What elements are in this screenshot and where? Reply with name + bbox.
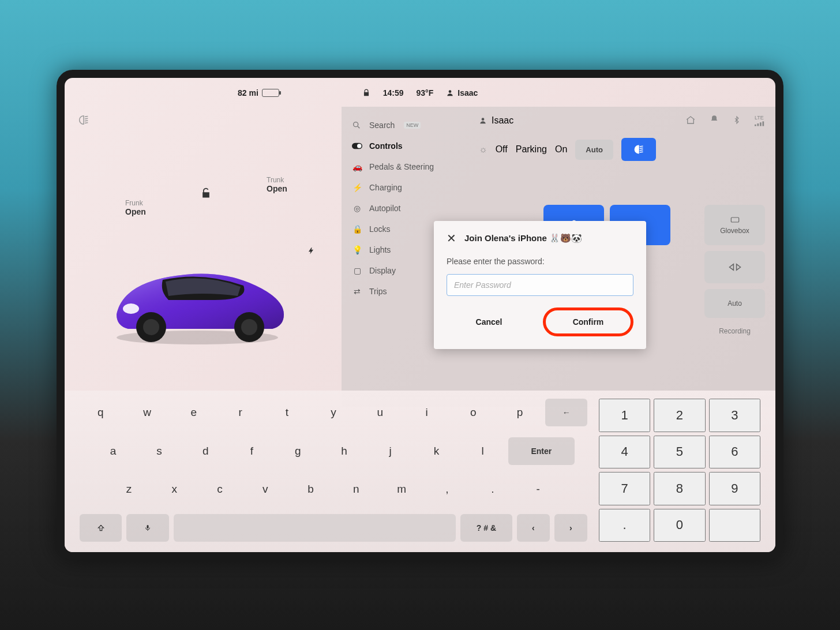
key-5[interactable]: 5 <box>654 436 705 469</box>
brightness-icon: ☼ <box>479 144 487 155</box>
key-1[interactable]: 1 <box>599 399 650 432</box>
key-2[interactable]: 2 <box>654 399 705 432</box>
key-y[interactable]: y <box>313 399 355 426</box>
key-shift[interactable] <box>80 514 122 542</box>
key-9[interactable]: 9 <box>709 472 760 505</box>
key-dash[interactable]: - <box>518 475 558 503</box>
key-v[interactable]: v <box>245 475 286 503</box>
key-f[interactable]: f <box>231 437 272 465</box>
lights-on[interactable]: On <box>555 144 567 155</box>
notifications-icon[interactable] <box>710 115 719 126</box>
key-n[interactable]: n <box>336 475 377 503</box>
menu-controls[interactable]: Controls <box>347 136 463 156</box>
display-icon: ▢ <box>352 266 362 275</box>
svg-point-7 <box>143 319 159 335</box>
key-r[interactable]: r <box>219 399 261 426</box>
time[interactable]: 14:59 <box>383 88 404 97</box>
key-i[interactable]: i <box>406 399 448 426</box>
keyboard-row-4: ? # & ‹ › <box>80 514 587 542</box>
key-6[interactable]: 6 <box>709 436 760 469</box>
trunk-control[interactable]: Trunk Open <box>267 176 287 193</box>
cancel-button[interactable]: Cancel <box>447 308 531 336</box>
key-comma[interactable]: , <box>427 475 468 503</box>
key-l[interactable]: l <box>462 437 504 465</box>
key-u[interactable]: u <box>359 399 401 426</box>
bulb-icon: 💡 <box>352 245 362 254</box>
lock-icon[interactable] <box>362 89 370 97</box>
tesla-screen: 82 mi 14:59 93°F Isaac Frunk Open Trunk … <box>57 70 783 560</box>
vehicle-render <box>99 245 295 349</box>
climate-auto-button[interactable]: Auto <box>704 289 765 318</box>
lights-auto-button[interactable]: Auto <box>575 140 613 160</box>
lights-row: ☼ Off Parking On Auto <box>479 138 765 161</box>
key-enter[interactable]: Enter <box>508 437 575 465</box>
key-arrow-right[interactable]: › <box>554 514 587 542</box>
key-3[interactable]: 3 <box>709 399 760 432</box>
key-o[interactable]: o <box>452 399 494 426</box>
key-z[interactable]: z <box>108 475 149 503</box>
charge-bolt-icon[interactable] <box>307 245 315 257</box>
profile-chip[interactable]: Isaac <box>446 88 478 97</box>
key-j[interactable]: j <box>369 437 411 465</box>
lights-off[interactable]: Off <box>496 144 508 155</box>
lights-parking[interactable]: Parking <box>516 144 547 155</box>
key-4[interactable]: 4 <box>599 436 650 469</box>
key-d[interactable]: d <box>185 437 226 465</box>
keyboard-row-2: a s d f g h j k l Enter <box>80 437 587 465</box>
mirror-fold-button[interactable] <box>704 251 765 283</box>
key-k[interactable]: k <box>416 437 457 465</box>
menu-pedals-steering[interactable]: 🚗 Pedals & Steering <box>347 156 463 177</box>
key-a[interactable]: a <box>92 437 134 465</box>
key-x[interactable]: x <box>154 475 195 503</box>
key-h[interactable]: h <box>323 437 365 465</box>
key-b[interactable]: b <box>290 475 331 503</box>
menu-search[interactable]: Search NEW <box>347 115 463 136</box>
key-e[interactable]: e <box>172 399 215 426</box>
password-input[interactable] <box>447 274 633 296</box>
menu-autopilot[interactable]: ◎ Autopilot <box>347 198 463 219</box>
signal-icon[interactable]: LTE <box>755 115 765 126</box>
key-8[interactable]: 8 <box>654 472 705 505</box>
toggle-icon <box>352 142 362 149</box>
key-g[interactable]: g <box>277 437 318 465</box>
onscreen-keyboard: q w e r t y u i o p ← a s d f g h j k <box>65 391 775 552</box>
key-voice[interactable] <box>126 514 168 542</box>
key-arrow-left[interactable]: ‹ <box>517 514 550 542</box>
numpad: 1 2 3 4 5 6 7 8 9 . 0 <box>599 399 760 542</box>
dialog-subtitle: Please enter the password: <box>447 257 633 266</box>
key-c[interactable]: c <box>200 475 241 503</box>
key-m[interactable]: m <box>381 475 422 503</box>
key-period[interactable]: . <box>472 475 513 503</box>
key-w[interactable]: w <box>126 399 168 426</box>
key-symbols[interactable]: ? # & <box>460 514 512 542</box>
recording-label: Recording <box>704 324 765 335</box>
key-space[interactable] <box>174 514 456 542</box>
key-t[interactable]: t <box>266 399 308 426</box>
frunk-control[interactable]: Frunk Open <box>125 199 146 216</box>
glovebox-button[interactable]: Glovebox <box>704 205 765 245</box>
menu-charging[interactable]: ⚡ Charging <box>347 177 463 198</box>
svg-line-20 <box>640 146 643 147</box>
bolt-icon: ⚡ <box>352 183 362 192</box>
driver-profile[interactable]: Isaac <box>479 115 513 126</box>
temperature[interactable]: 93°F <box>417 88 434 97</box>
svg-point-9 <box>241 319 257 335</box>
key-0[interactable]: 0 <box>654 509 705 542</box>
key-q[interactable]: q <box>80 399 122 426</box>
key-backspace[interactable]: ← <box>545 399 587 426</box>
key-p[interactable]: p <box>499 399 541 426</box>
headlights-button[interactable] <box>621 138 656 161</box>
svg-rect-19 <box>763 121 764 126</box>
key-numdot[interactable]: . <box>599 509 650 542</box>
bluetooth-icon[interactable] <box>733 115 741 126</box>
key-s[interactable]: s <box>138 437 180 465</box>
unlock-icon[interactable] <box>200 187 212 199</box>
confirm-button[interactable]: Confirm <box>543 308 633 336</box>
key-7[interactable]: 7 <box>599 472 650 505</box>
key-numblank[interactable] <box>709 509 760 542</box>
svg-rect-18 <box>760 122 762 126</box>
dialog-close-button[interactable]: ✕ <box>447 231 456 245</box>
svg-rect-27 <box>147 525 149 528</box>
homelink-icon[interactable] <box>685 115 696 126</box>
wifi-password-dialog: ✕ Join Olena's iPhone 🐰🐻🐼 Please enter t… <box>434 221 646 349</box>
